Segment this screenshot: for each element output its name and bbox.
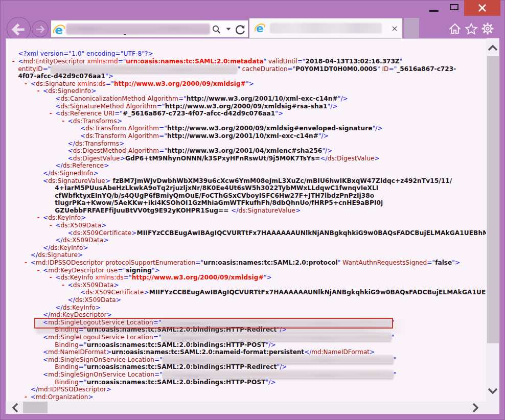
collapse-marker[interactable]: - (36, 87, 43, 95)
collapse-marker[interactable]: - (36, 214, 43, 222)
xml-markup: =" (79, 379, 87, 386)
xml-markup: " (392, 334, 395, 341)
xml-name: md:Organization (36, 393, 88, 401)
maximize-button[interactable] (445, 0, 464, 16)
entity-descriptor-open[interactable]: -<md:EntityDescriptor xmlns:md="urn:oasi… (12, 58, 402, 65)
xml-document-viewport: <?xml version="1.0" encoding="UTF-8"?>-<… (6, 38, 486, 401)
settings-gear-button[interactable] (481, 22, 494, 35)
xml-markup: < (31, 80, 36, 87)
forward-button[interactable] (32, 20, 49, 37)
xml-attribute-value: P0Y0M1DT0H0M0.000S (295, 65, 377, 73)
xml-line[interactable]: -<ds:KeyInfo xmlns:ds="http://www.w3.org… (49, 274, 272, 282)
collapse-marker[interactable]: - (24, 393, 31, 401)
back-button[interactable] (7, 17, 31, 41)
tab-close-icon[interactable] (392, 26, 398, 32)
home-button[interactable] (448, 22, 462, 35)
xml-markup: < (55, 274, 60, 281)
xml-line[interactable]: -<ds:KeyInfo> (36, 214, 86, 222)
xml-line: </ds:X509Data> (55, 237, 108, 244)
xml-markup: =" (43, 65, 51, 73)
xml-name: Location (127, 334, 153, 341)
vertical-scrollbar[interactable] (486, 38, 499, 401)
minimize-button[interactable] (423, 0, 445, 16)
xml-attribute-value: urn:oasis:names:tc:SAML:2.0:bindings:HTT… (87, 363, 277, 370)
xml-line[interactable]: -<md:KeyDescriptor use="signing"> (36, 267, 160, 274)
xml-name: validUntil (268, 58, 297, 65)
xml-line: </md:IDPSSODescriptor> (31, 386, 111, 393)
xml-text-value: 4+IarM5PUusAbeHzLkwkA9oTq2rjuzljxNr/8K0E… (55, 184, 378, 192)
xml-line: </ds:Signature> (31, 251, 83, 259)
xml-line[interactable]: -<ds:X509Data> (49, 222, 107, 229)
collapse-marker[interactable]: - (49, 222, 56, 229)
xml-line: <md:NameIDFormat>urn:oasis:names:tc:SAML… (43, 348, 375, 356)
xml-markup: > (88, 393, 94, 401)
favorites-button[interactable] (464, 22, 478, 35)
xml-markup: =" (153, 334, 162, 341)
vertical-scrollbar-thumb[interactable] (487, 56, 499, 343)
redacted-value (163, 356, 394, 363)
xml-line: </ds:Transforms> (68, 140, 125, 148)
xml-markup: < (55, 103, 60, 110)
xml-markup: < (55, 222, 60, 229)
xml-markup: "> (152, 267, 160, 274)
refresh-icon[interactable] (234, 24, 246, 36)
xml-name: protocolSupportEnumeration (105, 259, 195, 266)
xml-markup: </ (43, 311, 50, 318)
xml-name: ds:KeyInfo (48, 214, 81, 221)
xml-markup: "/> (266, 341, 276, 348)
collapse-marker[interactable]: - (24, 80, 31, 88)
xml-markup: </ (43, 170, 50, 177)
collapse-marker[interactable]: - (36, 267, 43, 274)
xml-markup: </ (31, 386, 38, 393)
search-dropdown-caret-icon[interactable] (225, 27, 232, 31)
scroll-right-icon[interactable] (472, 403, 479, 413)
search-icon[interactable] (211, 25, 222, 35)
collapse-marker[interactable]: - (49, 274, 56, 282)
xml-markup: "/> (373, 125, 383, 132)
xml-processing-instruction: <?xml version="1.0" encoding="UTF-8"?> (18, 50, 153, 57)
redacted-value (51, 65, 237, 73)
xml-name: ds:CanonicalizationMethod (61, 95, 148, 102)
scroll-down-icon[interactable] (488, 387, 498, 394)
xml-name: ds:X509Data (75, 296, 116, 304)
collapse-marker[interactable]: - (24, 259, 31, 267)
xml-line: <ds:Transform Algorithm="http://www.w3.o… (80, 125, 383, 132)
xml-markup: </ (55, 304, 62, 311)
xml-markup: </ (231, 207, 238, 214)
close-button[interactable] (464, 0, 500, 16)
xml-line[interactable]: -<ds:SignedInfo> (36, 87, 96, 95)
xml-name: ds:DigestValue (328, 155, 375, 162)
xml-line[interactable]: -<md:IDPSSODescriptor protocolSupportEnu… (24, 259, 460, 267)
xml-markup: =" (427, 259, 435, 266)
xml-markup: " (264, 58, 268, 65)
browser-tab[interactable]: e (249, 18, 403, 38)
xml-markup: " (237, 65, 242, 73)
new-tab-button[interactable] (404, 18, 419, 38)
scroll-up-icon[interactable] (488, 44, 498, 52)
horizontal-scrollbar[interactable] (6, 401, 499, 414)
xml-name: ds:DigestValue (73, 155, 120, 162)
xml-line[interactable]: -<ds:Transforms> (61, 118, 122, 125)
collapse-marker[interactable]: - (61, 282, 68, 289)
xml-line[interactable]: -<ds:Reference URI="#_5616a867-c723-4f07… (49, 110, 284, 118)
xml-markup: < (68, 118, 73, 125)
xml-markup: " (338, 259, 343, 266)
xml-line[interactable]: -<ds:Signature xmlns:ds="http://www.w3.o… (24, 80, 254, 88)
scroll-left-icon[interactable] (12, 403, 19, 413)
horizontal-scrollbar-thumb[interactable] (23, 402, 48, 413)
xml-markup: =" (388, 65, 397, 73)
xml-markup: "/> (266, 379, 276, 386)
xml-attribute-value: urn:oasis:names:tc:SAML:2.0:protocol (203, 259, 338, 266)
xml-line: cfWbfktyxEInYQ/b/s4QUgP6fBmiyQmOuE/FoCTh… (55, 192, 374, 200)
xml-markup: > (295, 207, 301, 214)
xml-line[interactable]: -<md:Organization> (24, 393, 94, 401)
xml-markup: =" (159, 125, 167, 132)
xml-name: md:SingleLogoutService (48, 334, 126, 341)
collapse-marker[interactable]: - (61, 118, 68, 125)
single-sign-on-service-post: <md:SingleSignOnService Location="" (43, 371, 397, 379)
address-bar[interactable]: e (51, 20, 248, 38)
xml-line[interactable]: -<ds:X509Data> (61, 282, 119, 289)
xml-markup: </ (68, 140, 75, 147)
collapse-marker[interactable]: - (49, 110, 56, 118)
collapse-marker[interactable]: - (12, 58, 18, 65)
